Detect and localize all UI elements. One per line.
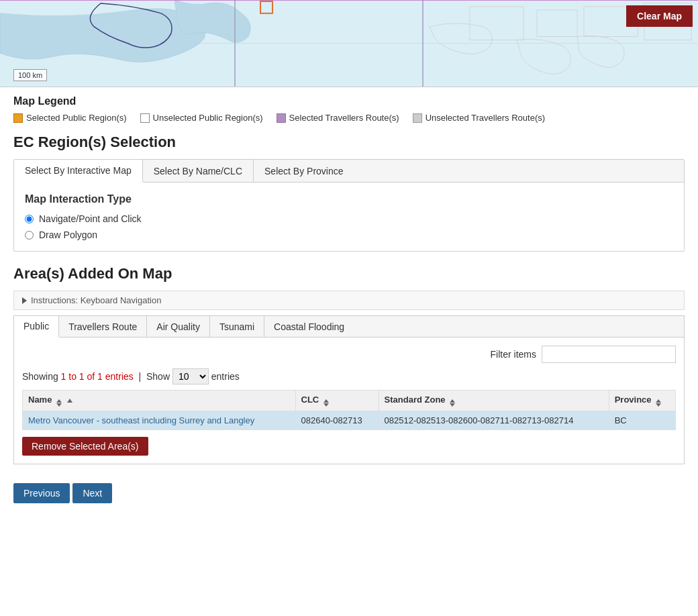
name-sort[interactable] [56,399,62,407]
col-clc[interactable]: CLC [295,391,379,411]
province-sort[interactable] [656,399,661,407]
showing-label: Showing [22,371,58,382]
legend-title: Map Legend [13,95,685,107]
tab-public[interactable]: Public [14,316,59,338]
col-province[interactable]: Province [609,391,675,411]
areas-title: Area(s) Added On Map [13,265,685,283]
standard-zone-sort[interactable] [450,399,455,407]
tab-coastal-flooding[interactable]: Coastal Flooding [264,316,354,337]
map-scale: 100 km [13,69,47,81]
map-container[interactable]: 100 km Clear Map [0,0,698,87]
ec-region-title: EC Region(s) Selection [13,134,685,151]
areas-section: Area(s) Added On Map Instructions: Keybo… [13,265,685,464]
legend-selected-travellers: Selected Travellers Route(s) [277,113,399,123]
clear-map-button[interactable]: Clear Map [626,5,693,27]
area-tabs-container: Public Travellers Route Air Quality Tsun… [13,315,685,464]
expand-icon [22,297,27,304]
filter-input[interactable] [542,346,676,363]
legend-unselected-travellers: Unselected Travellers Route(s) [413,113,545,123]
area-tab-bar: Public Travellers Route Air Quality Tsun… [14,316,684,338]
filter-label: Filter items [491,349,536,360]
keyboard-nav-bar[interactable]: Instructions: Keyboard Navigation [13,291,685,310]
cell-province: BC [609,411,675,430]
pagination: Previous Next [0,472,698,514]
radio-navigate-point-click[interactable]: Navigate/Point and Click [25,213,673,224]
keyboard-nav-label: Instructions: Keyboard Navigation [31,295,161,305]
show-entries-row: Showing 1 to 1 of 1 entries | Show 10 25… [22,368,676,384]
show-count-select[interactable]: 10 25 50 100 [172,368,209,384]
previous-button[interactable]: Previous [13,483,70,503]
legend-items: Selected Public Region(s) Unselected Pub… [13,113,685,123]
cell-clc: 082640-082713 [295,411,379,430]
tab-tsunami[interactable]: Tsunami [210,316,264,337]
legend-selected-public: Selected Public Region(s) [13,113,127,123]
cell-name: Metro Vancouver - southeast including Su… [23,411,296,430]
show-label: Show [146,371,170,382]
tab-air-quality[interactable]: Air Quality [147,316,210,337]
legend-unselected-public: Unselected Public Region(s) [140,113,263,123]
tab-select-interactive-map[interactable]: Select By Interactive Map [14,160,143,183]
next-button[interactable]: Next [72,483,112,503]
col-name[interactable]: Name [23,391,296,411]
map-interaction-title: Map Interaction Type [25,193,673,205]
ec-region-tab-content: Map Interaction Type Navigate/Point and … [14,183,684,251]
entries-label: entries [211,371,240,382]
areas-table: Name CLC [22,390,676,430]
map-legend: Map Legend Selected Public Region(s) Uns… [13,95,685,123]
showing-range: 1 to 1 of 1 entries [61,371,134,382]
tab-travellers-route[interactable]: Travellers Route [59,316,147,337]
ec-region-tabs-container: Select By Interactive Map Select By Name… [13,159,685,252]
map-interaction-options: Navigate/Point and Click Draw Polygon [25,213,673,240]
ec-region-tab-bar: Select By Interactive Map Select By Name… [14,160,684,183]
tab-select-name-clc[interactable]: Select By Name/CLC [143,160,254,182]
tab-select-province[interactable]: Select By Province [254,160,354,182]
radio-draw-polygon[interactable]: Draw Polygon [25,229,673,240]
remove-selected-button[interactable]: Remove Selected Area(s) [22,437,148,456]
name-sort-asc [67,399,72,403]
filter-row: Filter items [22,346,676,363]
clc-sort[interactable] [323,399,329,407]
table-row[interactable]: Metro Vancouver - southeast including Su… [23,411,676,430]
cell-standard-zone: 082512-082513-082600-082711-082713-08271… [379,411,609,430]
area-tab-content: Filter items Showing 1 to 1 of 1 entries… [14,338,684,464]
col-standard-zone[interactable]: Standard Zone [379,391,609,411]
